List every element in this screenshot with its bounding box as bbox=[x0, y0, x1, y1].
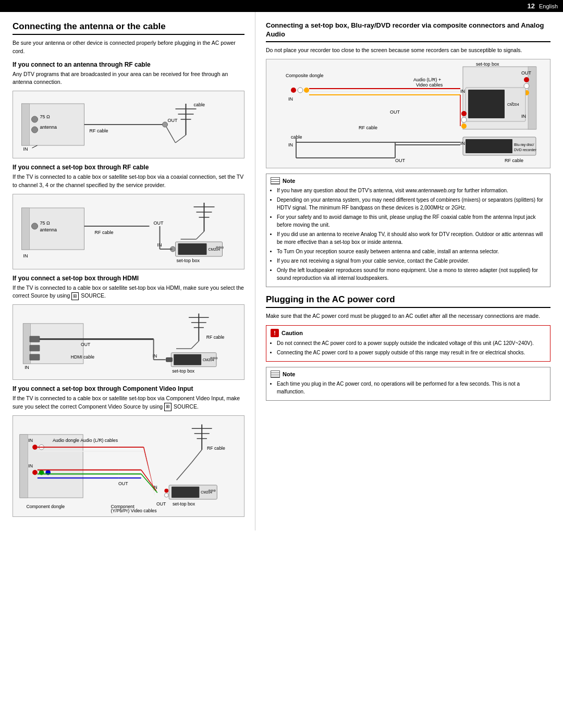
component-diagram: IN IN Audio dongle Audio (L/R) cables Co… bbox=[13, 415, 244, 517]
page-number: 12 bbox=[527, 2, 534, 10]
note-header-connections: Note bbox=[271, 177, 546, 184]
svg-rect-165 bbox=[271, 178, 279, 179]
svg-line-115 bbox=[192, 450, 202, 462]
svg-rect-20 bbox=[22, 208, 30, 250]
subsection-title-component: If you connect a set-top box through Com… bbox=[13, 385, 244, 392]
svg-point-21 bbox=[32, 223, 38, 229]
svg-rect-46 bbox=[23, 324, 30, 364]
svg-rect-1 bbox=[22, 104, 30, 145]
subsection-title-hdmi: If you connect a set-top box through HDM… bbox=[13, 275, 244, 282]
svg-text:antenna: antenna bbox=[40, 125, 57, 130]
svg-rect-152 bbox=[466, 139, 512, 153]
svg-text:IN: IN bbox=[28, 463, 33, 468]
language-label: English bbox=[539, 3, 558, 9]
svg-text:75 Ω: 75 Ω bbox=[40, 114, 51, 119]
svg-point-136 bbox=[304, 88, 309, 93]
right-column: Connecting a set-top box, Blu-ray/DVD re… bbox=[255, 12, 563, 530]
svg-text:OUT: OUT bbox=[156, 501, 166, 507]
svg-text:set-top box: set-top box bbox=[476, 61, 499, 67]
svg-text:RF cable: RF cable bbox=[95, 230, 114, 235]
svg-text:set-top box: set-top box bbox=[173, 501, 195, 507]
svg-line-109 bbox=[141, 474, 157, 492]
svg-point-30 bbox=[216, 246, 218, 249]
plugging-section-title: Plugging in the AC power cord bbox=[266, 294, 550, 308]
svg-line-42 bbox=[197, 231, 204, 239]
svg-text:OUT: OUT bbox=[390, 109, 400, 115]
svg-text:IN: IN bbox=[23, 253, 28, 258]
svg-text:RF cable: RF cable bbox=[206, 334, 225, 339]
svg-rect-47 bbox=[30, 336, 40, 342]
right-section-title: Connecting a set-top box, Blu-ray/DVD re… bbox=[266, 21, 550, 42]
svg-rect-93 bbox=[172, 487, 199, 498]
svg-point-2 bbox=[32, 116, 38, 122]
svg-point-57 bbox=[210, 357, 213, 360]
svg-text:Blu-ray disc/: Blu-ray disc/ bbox=[514, 143, 534, 147]
svg-text:RF cable: RF cable bbox=[505, 158, 523, 163]
note-list-ac: Each time you plug in the AC power cord,… bbox=[271, 380, 546, 396]
svg-text:OUT: OUT bbox=[118, 481, 128, 486]
note-item-1: If you have any question about the DTV's… bbox=[277, 187, 546, 194]
svg-text:IN: IN bbox=[25, 364, 29, 369]
svg-point-59 bbox=[215, 357, 218, 360]
svg-point-145 bbox=[461, 117, 467, 122]
svg-text:Audio (L/R) cables: Audio (L/R) cables bbox=[80, 438, 118, 443]
svg-line-69 bbox=[191, 341, 199, 348]
svg-point-31 bbox=[218, 246, 221, 249]
svg-rect-127 bbox=[468, 90, 505, 118]
svg-line-7 bbox=[32, 145, 38, 148]
svg-point-3 bbox=[32, 127, 38, 133]
caution-icon: ! bbox=[271, 329, 279, 337]
note-item-6: If you are not receiving a signal from y… bbox=[277, 257, 546, 265]
svg-text:IN: IN bbox=[521, 114, 526, 119]
note-item-5: To Turn On your reception source easily … bbox=[277, 248, 546, 255]
svg-text:Audio (L/R) +: Audio (L/R) + bbox=[413, 77, 441, 82]
left-intro-text: Be sure your antenna or other device is … bbox=[13, 39, 244, 56]
subsection-body-set-top-rf: If the TV is connected to a cable box or… bbox=[13, 173, 244, 190]
subsection-title-set-top-rf: If you connect a set-top box through RF … bbox=[13, 164, 244, 171]
antenna-diagram: 75 Ω antenna IN RF cable OUT cable bbox=[13, 91, 244, 158]
svg-text:75 Ω: 75 Ω bbox=[40, 220, 51, 226]
svg-point-96 bbox=[211, 489, 213, 492]
svg-text:set-top box: set-top box bbox=[172, 368, 194, 374]
caution-item-2: Connecting the AC power cord to a power … bbox=[277, 349, 546, 356]
svg-text:Composite dongle: Composite dongle bbox=[286, 73, 324, 78]
svg-text:IN: IN bbox=[460, 89, 465, 94]
svg-text:IN: IN bbox=[28, 438, 33, 443]
note-item-4: If you did use an antenna to receive Ana… bbox=[277, 230, 546, 246]
svg-point-129 bbox=[511, 102, 513, 104]
note-label-connections: Note bbox=[283, 178, 295, 184]
svg-text:CM204: CM204 bbox=[203, 358, 214, 362]
svg-text:RF cable: RF cable bbox=[359, 125, 377, 130]
svg-text:IN: IN bbox=[288, 96, 293, 102]
svg-line-17 bbox=[165, 125, 176, 143]
svg-rect-120 bbox=[528, 67, 536, 129]
svg-point-135 bbox=[298, 88, 303, 93]
svg-point-123 bbox=[524, 77, 529, 82]
svg-rect-169 bbox=[271, 373, 279, 375]
svg-rect-168 bbox=[271, 371, 279, 373]
svg-rect-167 bbox=[271, 182, 279, 183]
svg-text:OUT: OUT bbox=[168, 118, 178, 123]
svg-point-99 bbox=[164, 493, 168, 497]
svg-line-108 bbox=[141, 470, 156, 491]
svg-text:(Y/Pb/Pr) Video cables: (Y/Pb/Pr) Video cables bbox=[111, 508, 157, 513]
subsection-title-rf-cable: If you connect to an antenna through RF … bbox=[13, 61, 244, 68]
svg-text:Audio dongle: Audio dongle bbox=[53, 438, 79, 443]
svg-text:RF cable: RF cable bbox=[90, 128, 108, 133]
caution-list: Do not connect the AC power cord to a po… bbox=[271, 339, 546, 356]
svg-text:DVD recorder: DVD recorder bbox=[514, 148, 536, 152]
left-section-title: Connecting the antenna or the cable bbox=[13, 21, 244, 35]
note-item-3: For your safety and to avoid damage to t… bbox=[277, 213, 546, 229]
svg-point-58 bbox=[213, 357, 215, 360]
hdmi-diagram: IN OUT HDMI cable CM204 IN bbox=[13, 304, 244, 380]
note-list-connections: If you have any question about the DTV's… bbox=[271, 187, 546, 282]
svg-text:cable: cable bbox=[194, 102, 205, 107]
svg-text:Component dongle: Component dongle bbox=[26, 504, 65, 509]
set-top-rf-diagram: 75 Ω antenna IN RF cable CM204 IN OUT bbox=[13, 194, 244, 269]
svg-rect-49 bbox=[30, 354, 40, 360]
svg-text:CM204: CM204 bbox=[209, 248, 221, 251]
note-item-2: Depending on your antenna system, you ma… bbox=[277, 196, 546, 212]
note-header-ac: Note bbox=[271, 371, 546, 378]
caution-label: Caution bbox=[282, 330, 303, 336]
svg-point-134 bbox=[291, 88, 296, 93]
